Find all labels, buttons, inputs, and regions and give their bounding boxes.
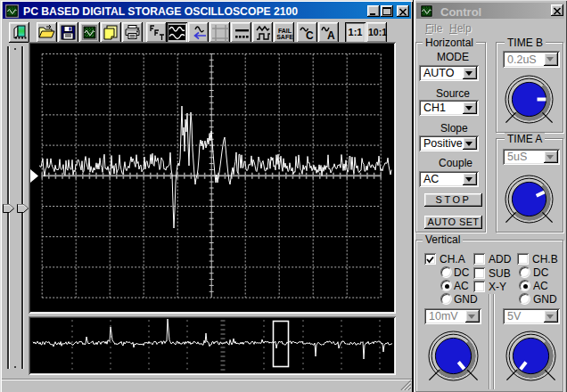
svg-text:C: C [306,29,314,42]
svg-text:A: A [327,29,335,42]
